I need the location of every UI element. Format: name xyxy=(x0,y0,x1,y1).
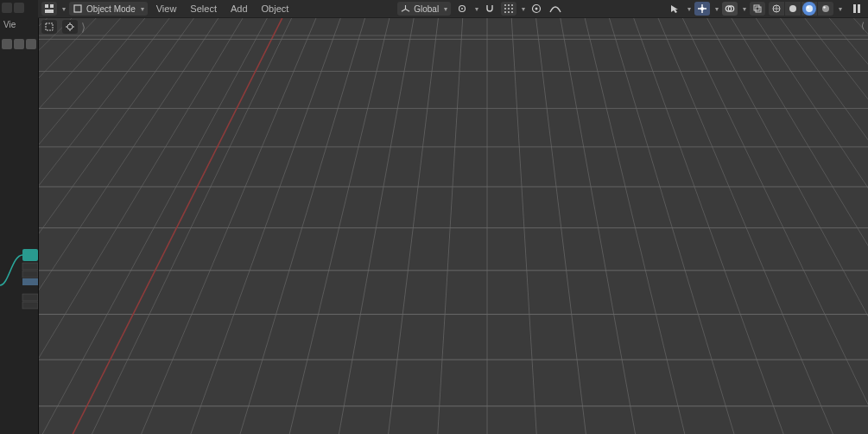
proportional-toggle[interactable] xyxy=(529,2,544,16)
svg-line-61 xyxy=(38,17,487,434)
svg-line-81 xyxy=(38,17,487,434)
shading-rendered[interactable] xyxy=(818,2,833,16)
svg-line-159 xyxy=(487,17,868,434)
toolbar-cursor-tool[interactable] xyxy=(62,20,78,34)
display-mode-icon xyxy=(14,3,24,13)
svg-line-125 xyxy=(487,17,868,434)
pause-icon-button[interactable] xyxy=(849,2,865,16)
svg-line-74 xyxy=(38,17,487,434)
overlays-icon xyxy=(725,3,735,14)
svg-line-161 xyxy=(487,17,868,434)
toolbar-collapse-arrow[interactable]: ⟩ xyxy=(81,21,86,34)
chevron-down-icon: ▾ xyxy=(444,5,447,13)
gizmo-icon xyxy=(697,3,707,14)
menu-add[interactable]: Add xyxy=(225,3,253,14)
svg-line-160 xyxy=(487,17,868,434)
viewport-header: ▾ Object Mode ▾ View Select Add Object G… xyxy=(38,0,868,18)
svg-line-57 xyxy=(38,17,487,434)
svg-line-82 xyxy=(38,17,487,434)
left-panel-menu-view[interactable]: Vie xyxy=(0,16,38,33)
menu-object[interactable]: Object xyxy=(257,3,295,14)
svg-line-92 xyxy=(38,17,487,434)
svg-line-135 xyxy=(487,17,868,434)
svg-line-84 xyxy=(38,17,487,434)
svg-point-23 xyxy=(700,7,704,10)
svg-rect-5 xyxy=(22,302,38,309)
n-panel-toggle[interactable]: ⟨ xyxy=(861,21,865,30)
svg-line-156 xyxy=(487,17,868,434)
mode-label: Object Mode xyxy=(86,4,136,14)
left-panel-editor-switch[interactable] xyxy=(0,0,38,16)
svg-line-139 xyxy=(487,17,868,434)
svg-line-62 xyxy=(38,17,487,434)
svg-line-101 xyxy=(38,17,487,434)
svg-line-111 xyxy=(487,17,541,434)
snap-toggle[interactable] xyxy=(482,2,497,16)
menu-view[interactable]: View xyxy=(151,3,182,14)
svg-line-53 xyxy=(38,17,487,434)
left-panel-icon-row[interactable] xyxy=(0,36,38,52)
proportional-falloff[interactable] xyxy=(548,2,563,16)
svg-line-113 xyxy=(487,17,648,434)
svg-line-77 xyxy=(38,17,487,434)
svg-rect-7 xyxy=(50,4,54,8)
node-editor-glimpse xyxy=(0,242,38,320)
svg-line-71 xyxy=(38,17,487,434)
chevron-down-icon: ▾ xyxy=(141,5,144,13)
svg-line-69 xyxy=(38,17,487,434)
svg-line-165 xyxy=(487,17,868,434)
svg-line-155 xyxy=(487,17,868,434)
viewport-3d[interactable]: ▾ Object Mode ▾ View Select Add Object G… xyxy=(38,0,868,434)
svg-line-105 xyxy=(219,17,487,434)
solid-icon xyxy=(788,3,798,14)
matprev-icon xyxy=(802,2,816,16)
svg-line-163 xyxy=(487,17,868,434)
cursor-target-icon xyxy=(65,22,75,32)
pause-icon xyxy=(852,3,861,14)
svg-line-70 xyxy=(38,17,487,434)
svg-line-164 xyxy=(487,17,868,434)
svg-line-120 xyxy=(487,17,868,434)
viewport-grid xyxy=(38,17,868,434)
toolbar-select-tool[interactable] xyxy=(41,20,57,34)
svg-point-11 xyxy=(461,8,463,10)
overlays-toggle[interactable] xyxy=(722,2,738,16)
mode-dropdown[interactable]: Object Mode ▾ xyxy=(69,2,148,16)
selectability-dropdown[interactable] xyxy=(667,2,682,16)
pivot-dropdown[interactable] xyxy=(454,2,470,16)
pivot-icon xyxy=(457,3,467,14)
svg-line-121 xyxy=(487,17,868,434)
gizmo-toggle[interactable] xyxy=(694,2,710,16)
cursor-arrow-icon xyxy=(669,3,680,14)
magnet-icon xyxy=(485,3,495,14)
svg-point-31 xyxy=(807,6,809,9)
svg-point-37 xyxy=(67,24,73,29)
svg-line-114 xyxy=(487,17,701,434)
svg-line-87 xyxy=(38,17,487,434)
svg-line-98 xyxy=(38,17,487,434)
shading-wireframe[interactable] xyxy=(769,2,784,16)
svg-line-137 xyxy=(487,17,868,434)
grid-snap-icon xyxy=(504,3,514,14)
svg-line-50 xyxy=(38,17,487,434)
snap-options[interactable] xyxy=(501,2,516,16)
svg-point-32 xyxy=(822,5,829,12)
orientation-dropdown[interactable]: Global ▾ xyxy=(397,2,451,16)
svg-rect-35 xyxy=(858,4,860,13)
shading-material[interactable] xyxy=(801,2,817,16)
svg-line-123 xyxy=(487,17,868,434)
svg-line-91 xyxy=(38,17,487,434)
svg-line-136 xyxy=(487,17,868,434)
menu-select[interactable]: Select xyxy=(185,3,222,14)
svg-rect-9 xyxy=(74,5,81,12)
xray-toggle[interactable] xyxy=(750,2,765,16)
svg-line-150 xyxy=(487,17,868,434)
svg-point-12 xyxy=(504,4,506,6)
svg-rect-27 xyxy=(756,7,761,12)
shading-solid[interactable] xyxy=(785,2,801,16)
editor-type-dropdown[interactable] xyxy=(41,2,57,16)
svg-line-52 xyxy=(38,17,487,434)
chevron-down-icon: ▾ xyxy=(715,5,719,13)
svg-rect-3 xyxy=(22,278,38,285)
svg-point-15 xyxy=(504,8,506,10)
